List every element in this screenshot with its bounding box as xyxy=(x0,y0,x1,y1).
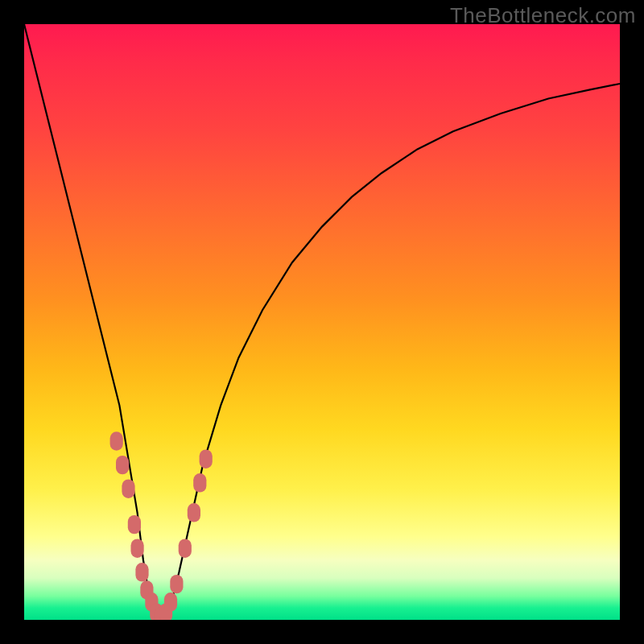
watermark-text: TheBottleneck.com xyxy=(450,3,636,28)
highlight-point xyxy=(110,431,123,450)
plot-area xyxy=(24,24,620,620)
highlight-point xyxy=(131,539,144,558)
highlight-point xyxy=(135,563,148,581)
highlight-point xyxy=(179,539,192,558)
highlight-point xyxy=(122,480,134,498)
highlight-point xyxy=(200,450,213,469)
highlight-point xyxy=(170,575,183,593)
highlight-point xyxy=(188,503,200,522)
highlight-point xyxy=(193,473,206,492)
highlight-point xyxy=(128,515,141,534)
highlight-markers xyxy=(24,24,620,620)
chart-frame: TheBottleneck.com xyxy=(0,0,644,644)
highlight-point xyxy=(164,592,177,611)
highlight-point xyxy=(116,456,129,474)
